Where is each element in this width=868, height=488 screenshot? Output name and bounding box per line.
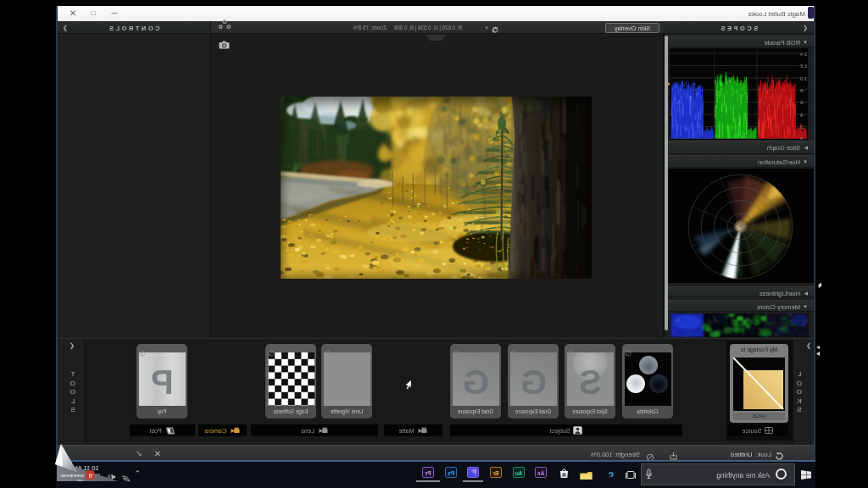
svg-text:.6: .6 [799, 99, 804, 105]
svg-text:0: 0 [799, 136, 803, 140]
svg-text:.8: .8 [799, 87, 804, 93]
svg-text:9: 9 [88, 472, 92, 480]
svg-text:.4: .4 [799, 112, 804, 118]
svg-text:screenpresso: screenpresso [60, 474, 84, 478]
svg-text:1.0: 1.0 [799, 75, 807, 81]
svg-text:1.4: 1.4 [799, 51, 807, 57]
svg-text:1.2: 1.2 [799, 63, 807, 69]
svg-text:.2: .2 [799, 124, 804, 130]
svg-text:.com: .com [77, 479, 84, 482]
